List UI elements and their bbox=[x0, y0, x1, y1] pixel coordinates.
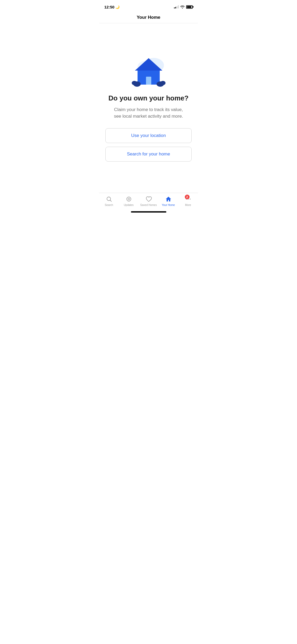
main-subtext: Claim your home to track its value, see … bbox=[112, 106, 186, 120]
tab-saved-homes[interactable]: Saved Homes bbox=[139, 196, 158, 206]
tab-search[interactable]: Search bbox=[99, 196, 119, 206]
house-illustration bbox=[128, 51, 170, 88]
home-active-icon bbox=[165, 196, 172, 203]
tab-search-label: Search bbox=[105, 204, 113, 206]
svg-line-10 bbox=[110, 200, 111, 202]
use-location-button[interactable]: Use your location bbox=[105, 128, 192, 143]
svg-point-15 bbox=[190, 199, 191, 200]
tab-more-label: More bbox=[185, 204, 191, 206]
home-indicator bbox=[131, 211, 166, 213]
battery-icon bbox=[186, 5, 193, 9]
tab-updates[interactable]: Updates bbox=[119, 196, 139, 206]
updates-icon bbox=[125, 196, 132, 203]
search-icon bbox=[106, 196, 112, 203]
svg-point-12 bbox=[128, 198, 130, 200]
main-content: Do you own your home? Claim your home to… bbox=[99, 23, 198, 193]
search-for-home-button[interactable]: Search for your home bbox=[105, 147, 192, 162]
svg-point-6 bbox=[132, 81, 137, 85]
svg-point-11 bbox=[127, 197, 131, 201]
status-time: 12:50 🌙 bbox=[104, 5, 120, 9]
wifi-icon bbox=[180, 5, 185, 8]
more-icon: 2 bbox=[185, 196, 192, 203]
tab-more[interactable]: 2 More bbox=[178, 196, 198, 206]
status-bar: 12:50 🌙 bbox=[99, 0, 198, 12]
moon-icon: 🌙 bbox=[115, 5, 120, 9]
signal-bars-icon bbox=[174, 5, 179, 8]
svg-rect-4 bbox=[146, 77, 151, 85]
status-icons bbox=[174, 5, 193, 9]
heart-icon bbox=[145, 196, 152, 203]
svg-point-8 bbox=[160, 81, 166, 85]
more-badge: 2 bbox=[185, 195, 190, 199]
main-heading: Do you own your home? bbox=[109, 94, 188, 102]
tab-your-home[interactable]: Your Home bbox=[158, 196, 178, 206]
tab-saved-homes-label: Saved Homes bbox=[140, 204, 157, 206]
tab-your-home-label: Your Home bbox=[162, 204, 175, 206]
tab-updates-label: Updates bbox=[124, 204, 134, 206]
page-title: Your Home bbox=[137, 15, 160, 20]
nav-bar: Your Home bbox=[99, 12, 198, 23]
